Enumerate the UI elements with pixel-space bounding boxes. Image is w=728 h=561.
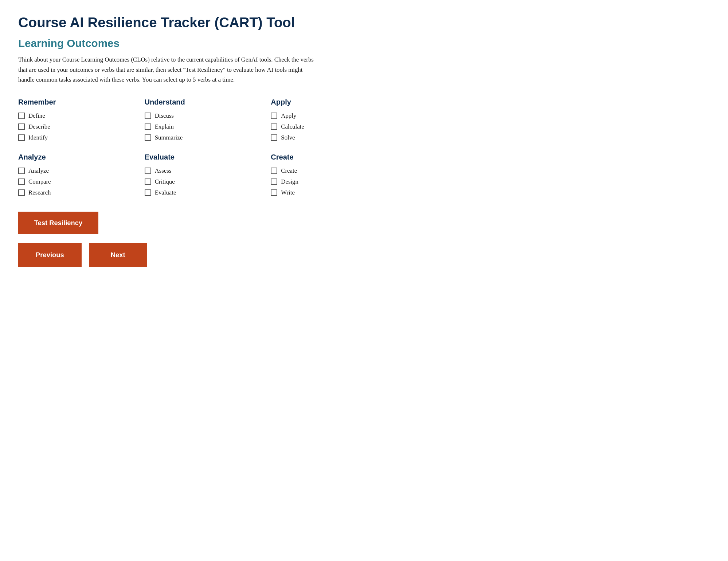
test-resiliency-section: Test Resiliency [18,212,383,243]
verb-label-define: Define [28,112,45,119]
checkbox-item-define[interactable]: Define [18,111,130,120]
description-text: Think about your Course Learning Outcome… [18,55,317,85]
category-title-understand: Understand [145,98,257,106]
checkbox-discuss[interactable] [145,113,151,119]
checkbox-explain[interactable] [145,123,151,130]
verb-label-compare: Compare [28,178,51,185]
category-title-remember: Remember [18,98,130,106]
checkbox-create[interactable] [271,168,277,174]
checkbox-describe[interactable] [18,123,25,130]
verb-label-discuss: Discuss [155,112,174,119]
checkbox-item-assess[interactable]: Assess [145,166,257,175]
category-title-analyze: Analyze [18,153,130,161]
previous-button[interactable]: Previous [18,243,82,267]
category-evaluate: EvaluateAssessCritiqueEvaluate [145,153,257,197]
verb-label-summarize: Summarize [155,134,183,141]
checkbox-summarize[interactable] [145,134,151,141]
nav-buttons: Previous Next [18,243,383,267]
checkbox-item-solve[interactable]: Solve [271,133,383,142]
category-understand: UnderstandDiscussExplainSummarize [145,98,257,142]
page-title: Course AI Resilience Tracker (CART) Tool [18,15,383,31]
checkbox-item-design[interactable]: Design [271,177,383,186]
checkbox-calculate[interactable] [271,123,277,130]
checkbox-item-write[interactable]: Write [271,188,383,197]
category-remember: RememberDefineDescribeIdentify [18,98,130,142]
category-title-create: Create [271,153,383,161]
verb-label-identify: Identify [28,134,48,141]
checkbox-analyze[interactable] [18,168,25,174]
verb-label-analyze: Analyze [28,167,49,174]
checkbox-item-identify[interactable]: Identify [18,133,130,142]
category-analyze: AnalyzeAnalyzeCompareResearch [18,153,130,197]
checkbox-design[interactable] [271,178,277,185]
checkbox-assess[interactable] [145,168,151,174]
checkbox-item-explain[interactable]: Explain [145,122,257,131]
checkbox-item-evaluate[interactable]: Evaluate [145,188,257,197]
verb-label-design: Design [281,178,298,185]
category-create: CreateCreateDesignWrite [271,153,383,197]
verb-label-explain: Explain [155,123,174,130]
test-resiliency-button[interactable]: Test Resiliency [18,212,98,234]
verb-label-solve: Solve [281,134,295,141]
next-button[interactable]: Next [89,243,147,267]
checkbox-item-discuss[interactable]: Discuss [145,111,257,120]
checkbox-write[interactable] [271,189,277,196]
verb-label-create: Create [281,167,297,174]
checkbox-compare[interactable] [18,178,25,185]
checkbox-research[interactable] [18,189,25,196]
category-apply: ApplyApplyCalculateSolve [271,98,383,142]
checkbox-item-create[interactable]: Create [271,166,383,175]
verb-label-critique: Critique [155,178,175,185]
checkbox-item-describe[interactable]: Describe [18,122,130,131]
verb-label-apply: Apply [281,112,296,119]
category-title-evaluate: Evaluate [145,153,257,161]
checkbox-item-apply[interactable]: Apply [271,111,383,120]
checkbox-item-critique[interactable]: Critique [145,177,257,186]
checkbox-item-compare[interactable]: Compare [18,177,130,186]
checkbox-item-calculate[interactable]: Calculate [271,122,383,131]
verb-grid: RememberDefineDescribeIdentifyUnderstand… [18,98,383,197]
checkbox-identify[interactable] [18,134,25,141]
checkbox-define[interactable] [18,113,25,119]
checkbox-evaluate[interactable] [145,189,151,196]
category-title-apply: Apply [271,98,383,106]
verb-label-write: Write [281,189,295,196]
checkbox-item-analyze[interactable]: Analyze [18,166,130,175]
verb-label-evaluate: Evaluate [155,189,176,196]
verb-label-calculate: Calculate [281,123,304,130]
verb-label-research: Research [28,189,51,196]
verb-label-describe: Describe [28,123,50,130]
checkbox-item-research[interactable]: Research [18,188,130,197]
section-title: Learning Outcomes [18,37,383,50]
checkbox-item-summarize[interactable]: Summarize [145,133,257,142]
checkbox-critique[interactable] [145,178,151,185]
checkbox-solve[interactable] [271,134,277,141]
verb-label-assess: Assess [155,167,172,174]
checkbox-apply[interactable] [271,113,277,119]
